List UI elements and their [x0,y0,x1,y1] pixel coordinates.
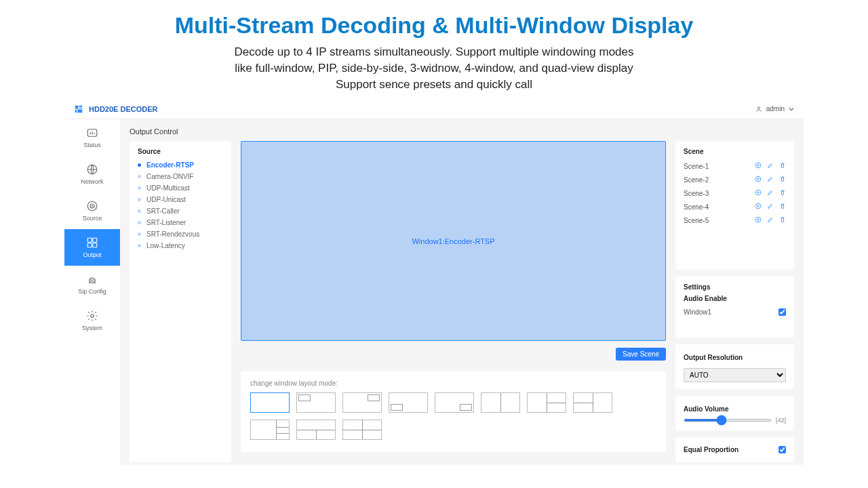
source-item[interactable]: UDP-Multicast [138,182,223,194]
source-item[interactable]: Low-Latency [138,240,223,251]
nav-label: System [82,325,102,331]
edit-icon[interactable] [767,216,774,224]
source-dot-icon [138,209,141,213]
hero-title: Multi-Stream Decoding & Multi-Window Dis… [0,0,868,44]
play-icon[interactable] [755,162,762,170]
main: Status Network Source Output SIP Sip Con… [64,119,804,465]
user-label: admin [766,105,785,113]
delete-icon[interactable] [779,176,786,184]
scene-row: Scene-3 [684,186,786,200]
scene-row: Scene-2 [684,173,786,186]
resolution-select[interactable]: AUTO [684,368,786,382]
play-icon[interactable] [755,216,762,224]
hero-line3: Support sence presets and quickly call [0,77,868,93]
source-item[interactable]: SRT-Caller [138,205,223,217]
source-label: Low-Latency [146,242,185,249]
scene-label: Scene-2 [684,176,709,184]
equal-proportion-checkbox[interactable] [778,446,786,453]
layout-pip-tr[interactable] [342,392,382,413]
source-item[interactable]: SRT-Rendezvous [138,228,223,240]
layout-1-3[interactable] [250,420,290,440]
status-icon [86,127,98,139]
logo-icon [74,104,83,114]
delete-icon[interactable] [779,162,786,170]
source-dot-icon [138,186,141,190]
layout-quad[interactable] [342,420,382,440]
hero-line1: Decode up to 4 IP streams simultaneously… [0,44,868,60]
layout-pip-bl[interactable] [389,392,428,413]
source-dot-icon [138,221,141,224]
play-icon[interactable] [755,189,762,197]
edit-icon[interactable] [767,176,774,184]
content: Output Control Source Encoder-RTSPCamera… [120,119,804,465]
preview-window[interactable]: Window1:Encoder-RTSP [241,141,666,341]
viewport: Window1:Encoder-RTSP Save Scene change w… [241,141,666,462]
scene-row: Scene-4 [684,200,786,214]
source-label: Camera-ONVIF [146,173,193,180]
layout-sbs[interactable] [481,392,520,413]
output-icon [86,237,98,249]
source-label: UDP-Unicast [146,196,186,203]
nav-label: Output [83,251,101,258]
source-label: Encoder-RTSP [146,161,194,169]
play-icon[interactable] [755,203,762,211]
source-dot-icon [138,175,141,178]
nav-network[interactable]: Network [64,156,120,192]
layout-pip-br[interactable] [435,392,474,413]
hero-line2: like full-window, PIP, side-by-side, 3-w… [0,60,868,77]
scene-label: Scene-5 [684,217,709,224]
save-scene-button[interactable]: Save Scene [616,348,666,361]
nav-output[interactable]: Output [64,229,120,266]
nav-label: Sip Config [78,288,106,295]
source-item[interactable]: SRT-Listener [138,217,223,228]
source-item[interactable]: Encoder-RTSP [138,159,223,171]
nav-source[interactable]: Source [64,192,120,229]
audio-enable-checkbox[interactable] [778,308,786,316]
volume-value: [42] [776,417,786,424]
resolution-panel: Output Resolution AUTO [675,344,794,389]
nav-status[interactable]: Status [64,119,120,156]
nav-system[interactable]: System [64,302,120,339]
settings-panel: Settings Audio Enable Window1 [675,277,794,338]
volume-slider[interactable] [684,419,772,422]
audio-enable-head: Audio Enable [684,295,786,302]
right-column: Scene Scene-1Scene-2Scene-3Scene-4Scene-… [675,141,794,462]
layout-pip-tl[interactable] [296,392,336,413]
svg-rect-7 [93,239,97,243]
delete-icon[interactable] [779,203,786,211]
nav-label: Network [81,178,103,185]
edit-icon[interactable] [767,189,774,197]
source-label: SRT-Listener [146,219,186,226]
settings-head: Settings [684,283,786,291]
svg-rect-9 [93,243,97,247]
delete-icon[interactable] [779,216,786,224]
layout-full[interactable] [250,392,290,413]
svg-text:SIP: SIP [90,279,95,282]
nav-sip[interactable]: SIP Sip Config [64,266,120,302]
layout-options [250,392,656,440]
source-head: Source [138,148,223,155]
delete-icon[interactable] [779,189,786,197]
source-icon [86,200,98,212]
source-item[interactable]: UDP-Unicast [138,194,223,205]
layout-tb[interactable] [296,420,336,440]
section-title: Output Control [130,127,794,136]
edit-icon[interactable] [767,203,774,211]
layout-1-2[interactable] [527,392,566,413]
user-menu[interactable]: admin [755,105,794,113]
scene-row: Scene-1 [684,159,786,173]
equal-proportion-label: Equal Proportion [684,446,738,453]
sip-icon: SIP [86,273,98,285]
preview-label: Window1:Encoder-RTSP [412,237,494,245]
scene-label: Scene-3 [684,190,709,197]
network-icon [86,163,98,176]
topbar: HDD20E DECODER admin [64,99,804,119]
play-icon[interactable] [755,176,762,184]
source-item[interactable]: Camera-ONVIF [138,171,223,182]
source-panel: Source Encoder-RTSPCamera-ONVIFUDP-Multi… [130,141,231,462]
app-name: HDD20E DECODER [89,105,157,113]
source-label: SRT-Rendezvous [146,230,199,238]
volume-head: Audio Volume [684,405,786,413]
layout-2-1[interactable] [573,392,612,413]
edit-icon[interactable] [767,162,774,170]
